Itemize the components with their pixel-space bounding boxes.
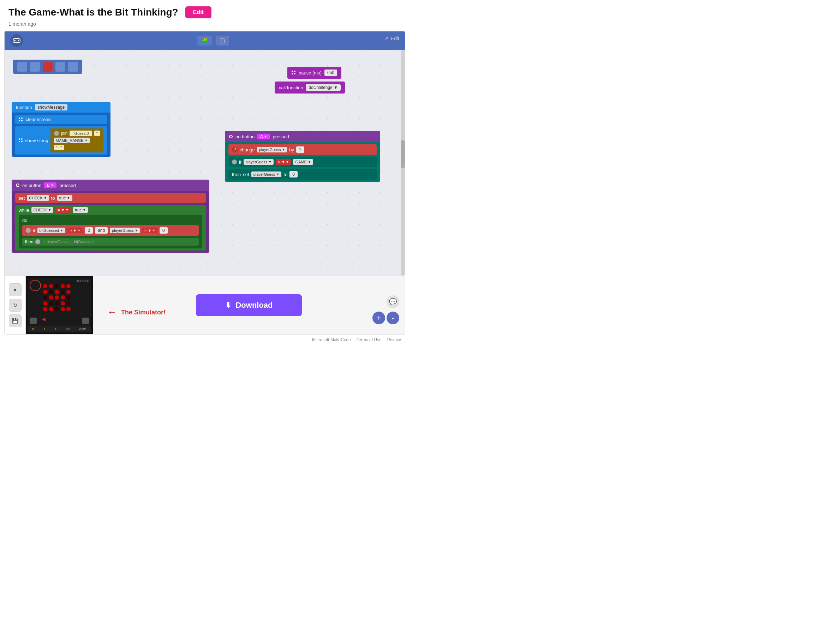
- on-button-a-block: on button A pressed ? change playerGuess…: [225, 131, 380, 182]
- then-block: then if playerGuess ... bitGuessed: [22, 238, 199, 245]
- gt-op-2: > ▼: [142, 228, 157, 233]
- zero-badge[interactable]: 0: [85, 227, 93, 234]
- left-arrow-icon: ◄: [41, 316, 47, 322]
- true-val[interactable]: true: [57, 195, 72, 201]
- blocks-tab-button[interactable]: 🧩: [197, 36, 212, 46]
- teal-if-row: if playerGuess > ▼ GAME: [232, 159, 373, 165]
- refresh-button[interactable]: ↻: [9, 299, 22, 311]
- if-block: if bitGuessed > ▼ 0 and playerGuess > ▼ …: [22, 225, 199, 236]
- toolbar-edit-label[interactable]: ↗ Edit: [384, 36, 399, 41]
- led: [43, 301, 47, 305]
- do-row: do: [22, 218, 199, 223]
- pin-0: 0: [32, 328, 34, 331]
- true-val-2[interactable]: true: [73, 207, 88, 213]
- footer-terms[interactable]: Terms of Use: [356, 337, 382, 342]
- edit-button[interactable]: Edit: [185, 6, 212, 18]
- code-canvas[interactable]: pause (ms) 650 call function doChallenge…: [5, 50, 405, 276]
- game-badge[interactable]: GAME: [293, 159, 313, 165]
- zero-badge-3[interactable]: 0: [289, 171, 298, 178]
- one-badge[interactable]: 1: [296, 146, 304, 153]
- function-block: function showMessage clear screen show s…: [12, 102, 111, 157]
- function-header: function showMessage: [12, 102, 111, 113]
- function-name-badge[interactable]: showMessage: [35, 104, 68, 110]
- led: [55, 295, 59, 300]
- scrollbar-thumb[interactable]: [401, 140, 405, 168]
- download-icon: ⬇: [225, 301, 231, 310]
- guess-text-badge[interactable]: " Guess 0-: [69, 130, 92, 136]
- gt-op: > ▼: [68, 228, 83, 233]
- simulator-annotation: ← The Simulator!: [107, 307, 166, 318]
- gear-icon: [54, 131, 59, 136]
- btn-a-body: ? change playerGuess by 1 if playerGuess…: [225, 142, 380, 182]
- page-subtitle: 1 month ago: [0, 21, 410, 31]
- check-var[interactable]: CHECK: [27, 195, 49, 201]
- simulator-container: 🧩 { } ↗ Edit pause (ms) 650 call funct: [4, 31, 405, 334]
- led-grid: [43, 284, 71, 311]
- puzzle-icon: 🧩: [201, 38, 207, 43]
- player-guess-var-4[interactable]: playerGuess: [251, 172, 282, 177]
- led: [49, 284, 53, 288]
- game-range-var[interactable]: GAME_RANGE: [54, 138, 90, 143]
- player-guess-var[interactable]: playerGuess: [110, 228, 140, 233]
- simulator-label-text: The Simulator!: [121, 309, 166, 316]
- call-function-name[interactable]: doChallenge ▼: [306, 84, 341, 91]
- svg-point-2: [18, 40, 19, 41]
- simulator-controls: ■ ↻ 💾: [5, 276, 26, 334]
- footer-makecode[interactable]: Microsoft MakeCode: [312, 337, 351, 342]
- bottom-bar: ■ ↻ 💾: [5, 276, 405, 334]
- btn-a-badge[interactable]: A: [257, 134, 270, 140]
- zoom-out-button[interactable]: -: [387, 311, 399, 324]
- mb-b-button[interactable]: [82, 317, 89, 324]
- function-body: clear screen show string join " Guess 0-…: [12, 113, 111, 157]
- circle-icon-2: [229, 135, 233, 138]
- download-area: ⬇ Download: [93, 276, 405, 334]
- zoom-in-button[interactable]: +: [372, 311, 385, 324]
- exclaim-badge[interactable]: " ! ": [54, 145, 64, 150]
- led: [61, 307, 65, 311]
- clear-screen-block: clear screen: [15, 115, 107, 124]
- led: [43, 290, 47, 294]
- join-row-2: GAME_RANGE: [54, 138, 100, 143]
- bit-guessed-var[interactable]: bitGuessed: [37, 228, 66, 233]
- player-guess-var-3[interactable]: playerGuess: [244, 159, 274, 165]
- pause-value[interactable]: 650: [324, 69, 337, 76]
- chat-button[interactable]: 💬: [387, 295, 399, 308]
- save-button[interactable]: 💾: [9, 314, 22, 327]
- led: [49, 295, 53, 300]
- mb-a-button[interactable]: [30, 317, 37, 324]
- microbit-face: ●SHAKE ◄ 0 1 2 3V GND: [28, 278, 91, 333]
- led: [61, 301, 65, 305]
- pause-block: pause (ms) 650: [287, 67, 341, 79]
- circle-icon: [16, 184, 19, 187]
- btn-b-badge[interactable]: B: [44, 182, 57, 188]
- teal-then-block: then set playerGuess to 0: [228, 169, 376, 179]
- while-block: while CHECK = ▼ true do if: [15, 205, 206, 250]
- zero-badge-2[interactable]: 0: [160, 227, 167, 234]
- btn-b-header: on button B pressed: [12, 179, 209, 191]
- player-guess-var-2[interactable]: playerGuess: [257, 147, 287, 152]
- end-quote-badge: ": [94, 130, 100, 136]
- led: [49, 301, 53, 305]
- arrow-left-icon: ←: [107, 307, 117, 318]
- if-row: if bitGuessed > ▼ 0 and playerGuess > ▼ …: [26, 227, 195, 234]
- led: [43, 307, 47, 311]
- download-button[interactable]: ⬇ Download: [196, 294, 302, 316]
- led: [55, 290, 59, 294]
- led: [66, 307, 71, 311]
- led: [49, 290, 53, 294]
- led: [43, 284, 47, 288]
- led: [55, 307, 59, 311]
- page-footer: Microsoft MakeCode Terms of Use Privacy: [0, 334, 410, 345]
- code-tab-button[interactable]: { }: [216, 36, 229, 46]
- bottom-pins: 0 1 2 3V GND: [28, 326, 91, 333]
- and-badge: and: [95, 227, 108, 234]
- stop-button[interactable]: ■: [9, 284, 22, 296]
- check-var-2[interactable]: CHECK: [31, 207, 53, 213]
- mb-btn-2: [30, 62, 40, 72]
- canvas-scrollbar[interactable]: [401, 50, 405, 276]
- footer-privacy[interactable]: Privacy: [387, 337, 401, 342]
- on-button-b-block: on button B pressed set CHECK to true wh…: [12, 179, 209, 253]
- led: [55, 284, 59, 288]
- btn-a-header: on button A pressed: [225, 131, 380, 142]
- shake-label: ●SHAKE: [76, 279, 89, 283]
